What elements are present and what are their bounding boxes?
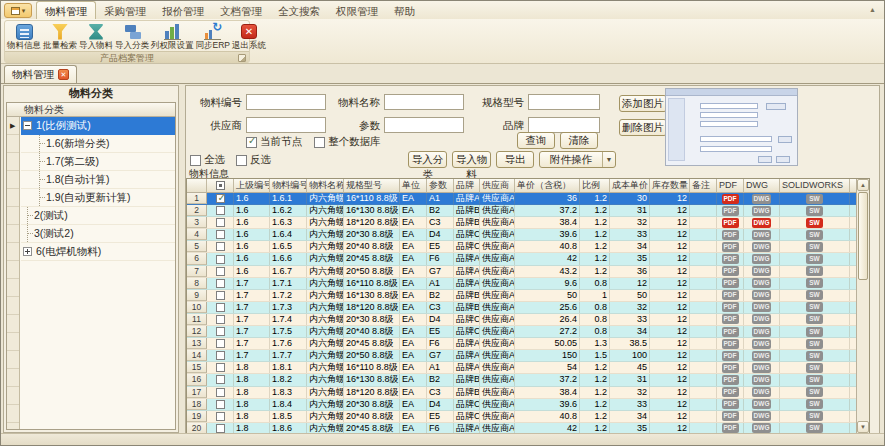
column-header-pdf[interactable]: PDF bbox=[717, 179, 744, 193]
row-checkbox[interactable] bbox=[216, 424, 225, 433]
pdf-badge[interactable]: PDF bbox=[722, 218, 739, 228]
row-checkbox-cell[interactable] bbox=[207, 193, 234, 204]
dwg-badge[interactable]: DWG bbox=[752, 339, 772, 349]
pdf-badge[interactable]: PDF bbox=[722, 194, 739, 204]
row-checkbox[interactable] bbox=[216, 375, 225, 384]
tree-node-3[interactable]: 1.7(第二级) bbox=[21, 153, 175, 171]
row-checkbox-cell[interactable] bbox=[207, 217, 234, 228]
sw-badge[interactable]: SW bbox=[806, 302, 823, 312]
sw-badge[interactable]: SW bbox=[806, 290, 823, 300]
row-checkbox[interactable] bbox=[216, 363, 225, 372]
row-checkbox[interactable] bbox=[216, 279, 225, 288]
pdf-badge[interactable]: PDF bbox=[722, 242, 739, 252]
sw-badge[interactable]: SW bbox=[806, 363, 823, 373]
sw-badge[interactable]: SW bbox=[806, 278, 823, 288]
row-checkbox[interactable] bbox=[216, 206, 225, 215]
dwg-badge[interactable]: DWG bbox=[752, 363, 772, 373]
attachment-ops-button[interactable]: 附件操作 ▼ bbox=[539, 151, 616, 168]
sw-badge[interactable]: SW bbox=[806, 375, 823, 385]
table-row-19[interactable]: 191.81.8.5内六角螺栓520*40 8.8级EAE5品牌C供应商A540… bbox=[187, 411, 869, 423]
row-checkbox-cell[interactable] bbox=[207, 278, 234, 289]
row-checkbox[interactable] bbox=[216, 303, 225, 312]
row-checkbox-cell[interactable] bbox=[207, 290, 234, 301]
dwg-badge[interactable]: DWG bbox=[752, 290, 772, 300]
tree-node-5[interactable]: 1.9(自动更新计算) bbox=[21, 189, 175, 207]
column-header-sup[interactable]: 供应商 bbox=[480, 179, 515, 193]
import-material-button[interactable]: 导入物料 bbox=[452, 151, 491, 168]
export-button[interactable]: 导出 bbox=[496, 151, 534, 168]
table-row-1[interactable]: 11.61.6.1内六角螺栓116*110 8.8级EAA1品牌A供应商A136… bbox=[187, 193, 869, 205]
ribbon-collapse-icon[interactable]: ▲ bbox=[869, 6, 882, 19]
ribbon-tab-4[interactable]: 文档管理 bbox=[212, 3, 270, 19]
row-checkbox-cell[interactable] bbox=[207, 205, 234, 216]
row-checkbox-cell[interactable] bbox=[207, 411, 234, 422]
table-row-10[interactable]: 101.71.7.3内六角螺栓318*120 8.8级EAC3品牌B供应商A32… bbox=[187, 302, 869, 314]
row-checkbox[interactable] bbox=[216, 242, 225, 251]
table-row-2[interactable]: 21.61.6.2内六角螺栓216*130 8.8级EAB2品牌B供应商A237… bbox=[187, 205, 869, 217]
row-checkbox-cell[interactable] bbox=[207, 241, 234, 252]
checkbox-column-header[interactable] bbox=[207, 179, 234, 193]
table-row-6[interactable]: 61.61.6.6内六角螺栓620*45 8.8级EAF6品牌A供应商A6421… bbox=[187, 253, 869, 265]
sw-badge[interactable]: SW bbox=[806, 399, 823, 409]
dwg-badge[interactable]: DWG bbox=[752, 194, 772, 204]
pdf-badge[interactable]: PDF bbox=[722, 314, 739, 324]
group-dialog-launcher-icon[interactable] bbox=[238, 54, 246, 62]
query-button[interactable]: 查询 bbox=[517, 132, 555, 149]
table-row-15[interactable]: 151.81.8.1内六角螺栓116*110 8.8级EAA1品牌A供应商A15… bbox=[187, 362, 869, 374]
vertical-scrollbar[interactable]: ▲ ▼ bbox=[856, 179, 869, 433]
brand-input[interactable] bbox=[528, 117, 600, 133]
material-info-button[interactable]: 物料信息 bbox=[6, 22, 42, 51]
invert-selection-checkbox[interactable]: 反选 bbox=[236, 153, 271, 167]
table-row-13[interactable]: 131.71.7.6内六角螺栓620*45 8.8级EAF6品牌A供应商A650… bbox=[187, 338, 869, 350]
close-tab-icon[interactable] bbox=[58, 69, 69, 80]
pdf-badge[interactable]: PDF bbox=[722, 290, 739, 300]
row-checkbox[interactable] bbox=[216, 255, 225, 264]
import-material-button[interactable]: 导入物料 bbox=[78, 22, 114, 51]
column-header-spec[interactable]: 规格型号 bbox=[344, 179, 400, 193]
dwg-badge[interactable]: DWG bbox=[752, 278, 772, 288]
row-checkbox-cell[interactable] bbox=[207, 399, 234, 410]
row-checkbox[interactable] bbox=[216, 351, 225, 360]
tree-node-6[interactable]: 2(测试) bbox=[21, 207, 175, 225]
clear-button[interactable]: 清除 bbox=[560, 132, 598, 149]
row-checkbox[interactable] bbox=[216, 388, 225, 397]
row-checkbox[interactable] bbox=[216, 194, 225, 203]
row-checkbox-cell[interactable] bbox=[207, 229, 234, 240]
pdf-badge[interactable]: PDF bbox=[722, 339, 739, 349]
dwg-badge[interactable]: DWG bbox=[752, 399, 772, 409]
row-checkbox[interactable] bbox=[216, 315, 225, 324]
import-category-button[interactable]: 导入分类 bbox=[114, 22, 150, 51]
row-checkbox-cell[interactable] bbox=[207, 253, 234, 264]
sync-erp-button[interactable]: 同步ERP bbox=[195, 22, 231, 51]
row-checkbox[interactable] bbox=[216, 339, 225, 348]
tree-column-header[interactable]: 物料分类 bbox=[7, 103, 175, 117]
sw-badge[interactable]: SW bbox=[806, 423, 823, 433]
pdf-badge[interactable]: PDF bbox=[722, 266, 739, 276]
table-row-7[interactable]: 71.61.6.7内六角螺栓720*50 8.8级EAG7品牌A供应商A743.… bbox=[187, 266, 869, 278]
row-checkbox-cell[interactable] bbox=[207, 374, 234, 385]
row-checkbox-cell[interactable] bbox=[207, 314, 234, 325]
ribbon-tab-2[interactable]: 采购管理 bbox=[96, 3, 154, 19]
row-checkbox[interactable] bbox=[216, 400, 225, 409]
select-all-checkbox[interactable]: 全选 bbox=[190, 153, 225, 167]
tree-node-4[interactable]: 1.8(自动计算) bbox=[21, 171, 175, 189]
row-checkbox-cell[interactable] bbox=[207, 387, 234, 398]
dwg-badge[interactable]: DWG bbox=[752, 266, 772, 276]
sw-badge[interactable]: SW bbox=[806, 206, 823, 216]
material-name-input[interactable] bbox=[384, 94, 464, 110]
import-category-button[interactable]: 导入分类 bbox=[408, 151, 447, 168]
sw-badge[interactable]: SW bbox=[806, 411, 823, 421]
pdf-badge[interactable]: PDF bbox=[722, 399, 739, 409]
sw-badge[interactable]: SW bbox=[806, 242, 823, 252]
column-header-note[interactable]: 备注 bbox=[690, 179, 717, 193]
table-row-3[interactable]: 31.61.6.3内六角螺栓318*120 8.8级EAC3品牌B供应商A338… bbox=[187, 217, 869, 229]
sw-badge[interactable]: SW bbox=[806, 327, 823, 337]
column-header-price[interactable]: 单价（含税） bbox=[515, 179, 580, 193]
scroll-down-icon[interactable]: ▼ bbox=[857, 421, 869, 433]
row-checkbox-cell[interactable] bbox=[207, 326, 234, 337]
sw-badge[interactable]: SW bbox=[806, 266, 823, 276]
row-checkbox[interactable] bbox=[216, 267, 225, 276]
column-header-stock[interactable]: 库存数量 bbox=[650, 179, 690, 193]
current-node-checkbox[interactable]: 当前节点 bbox=[246, 135, 302, 149]
dwg-badge[interactable]: DWG bbox=[752, 387, 772, 397]
